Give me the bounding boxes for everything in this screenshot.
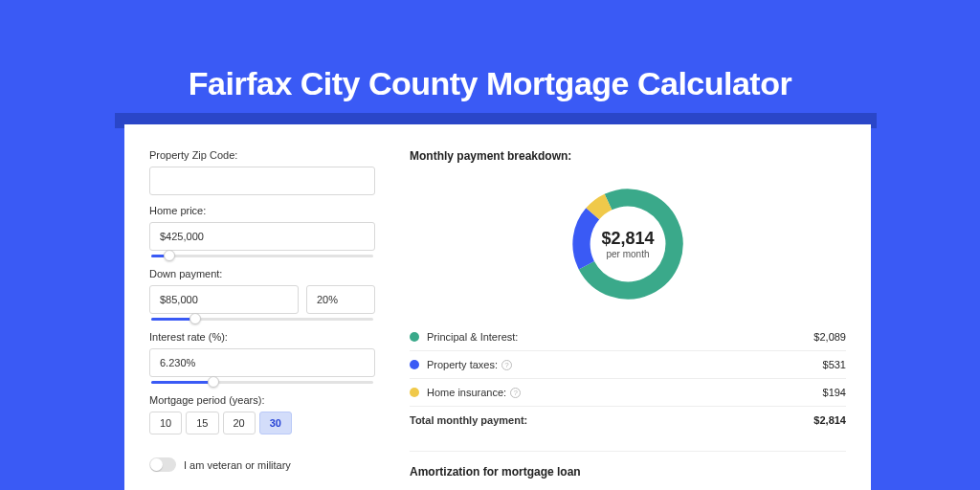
down-label: Down payment: [149, 268, 375, 279]
donut-sub: per month [601, 249, 654, 259]
rate-input[interactable] [149, 348, 375, 377]
down-slider[interactable] [151, 318, 373, 322]
value-principal: $2,089 [813, 331, 846, 343]
donut-amount: $2,814 [601, 229, 654, 249]
label-taxes: Property taxes: [427, 359, 498, 370]
value-total: $2,814 [813, 414, 846, 426]
price-label: Home price: [149, 205, 375, 216]
zip-input[interactable] [149, 167, 375, 195]
value-taxes: $531 [823, 359, 846, 370]
label-insurance: Home insurance: [427, 387, 506, 398]
zip-label: Property Zip Code: [149, 149, 375, 161]
price-slider[interactable] [151, 255, 373, 258]
down-pct-input[interactable] [306, 285, 375, 314]
slider-thumb[interactable] [189, 313, 201, 324]
dot-taxes [410, 360, 419, 369]
row-principal: Principal & Interest: $2,089 [410, 323, 846, 350]
info-icon[interactable]: ? [510, 388, 521, 398]
period-button-30[interactable]: 30 [259, 412, 292, 434]
donut-center: $2,814 per month [601, 229, 654, 259]
dot-insurance [410, 388, 419, 397]
veteran-label: I am veteran or military [184, 459, 291, 471]
info-icon[interactable]: ? [501, 360, 512, 370]
period-button-20[interactable]: 20 [223, 412, 256, 434]
period-label: Mortgage period (years): [149, 394, 375, 406]
breakdown-list: Principal & Interest: $2,089 Property ta… [410, 323, 846, 434]
rate-label: Interest rate (%): [149, 331, 375, 343]
calculator-card: Property Zip Code: Home price: Down paym… [124, 124, 871, 490]
donut-chart: $2,814 per month [410, 174, 846, 314]
row-total: Total monthly payment: $2,814 [410, 406, 846, 434]
page-title: Fairfax City County Mortgage Calculator [0, 65, 980, 102]
amort-title: Amortization for mortgage loan [410, 465, 846, 479]
page-root: Fairfax City County Mortgage Calculator … [0, 0, 980, 490]
results-column: Monthly payment breakdown: $2,814 per mo… [392, 124, 871, 490]
row-insurance: Home insurance: ? $194 [410, 378, 846, 406]
breakdown-title: Monthly payment breakdown: [410, 149, 846, 163]
veteran-toggle[interactable] [149, 457, 176, 472]
amortization-section: Amortization for mortgage loan Amortizat… [410, 451, 846, 490]
rate-slider[interactable] [151, 381, 373, 385]
period-button-15[interactable]: 15 [186, 412, 218, 434]
dot-principal [410, 332, 419, 342]
price-input[interactable] [149, 222, 375, 251]
period-row: 10152030 [149, 412, 375, 434]
label-principal: Principal & Interest: [427, 331, 518, 343]
down-input[interactable] [149, 285, 299, 314]
inputs-column: Property Zip Code: Home price: Down paym… [124, 124, 392, 490]
label-total: Total monthly payment: [410, 414, 527, 426]
value-insurance: $194 [823, 387, 846, 398]
row-taxes: Property taxes: ? $531 [410, 350, 846, 378]
period-button-10[interactable]: 10 [149, 412, 182, 434]
slider-thumb[interactable] [208, 376, 219, 388]
slider-thumb[interactable] [164, 250, 175, 261]
